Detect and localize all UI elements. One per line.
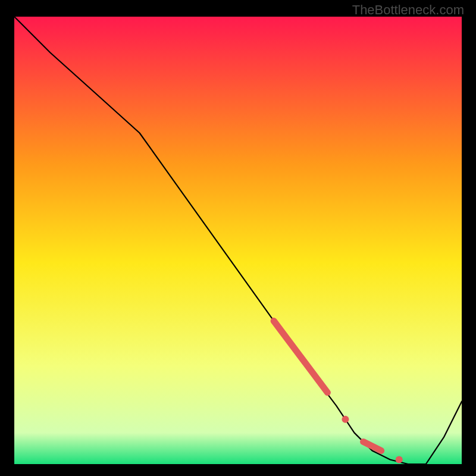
watermark-text: TheBottleneck.com [352,2,464,18]
highlight-dot [396,456,403,463]
highlight-dot [342,416,349,423]
chart-frame: TheBottleneck.com [0,0,476,476]
bottleneck-chart [14,17,462,464]
gradient-background [14,17,462,464]
plot-area [14,17,462,464]
